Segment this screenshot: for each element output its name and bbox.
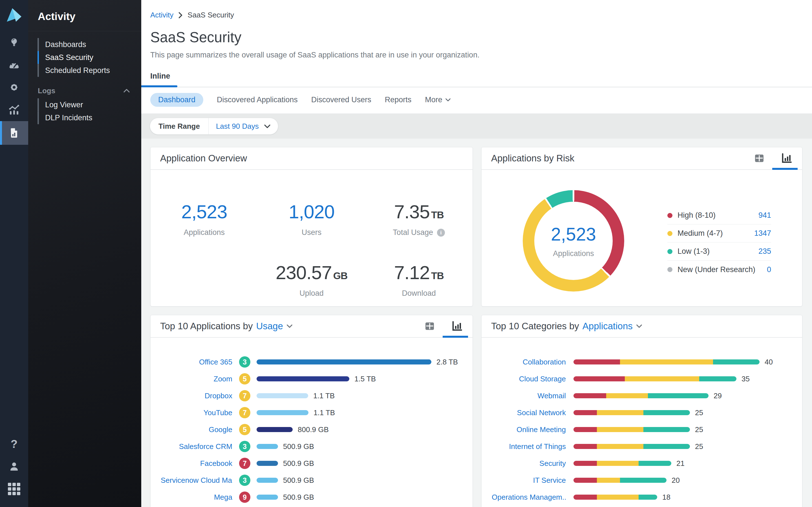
- gauge-icon[interactable]: [0, 54, 28, 76]
- main-area: Activity SaaS Security SaaS Security Thi…: [141, 0, 812, 507]
- gear-icon[interactable]: [0, 76, 28, 99]
- stat-value: 230.57GB: [258, 262, 365, 283]
- table-view-icon[interactable]: [424, 321, 435, 332]
- metric-selector[interactable]: Usage: [256, 321, 283, 332]
- category-name-link[interactable]: Operations Managem...: [492, 493, 566, 502]
- info-icon[interactable]: i: [437, 229, 445, 237]
- category-stacked-bar: [573, 410, 690, 415]
- category-count: 40: [765, 358, 773, 367]
- time-range-control: Time Range Last 90 Days: [150, 118, 278, 135]
- stat-download: 7.12TBDownload: [365, 262, 472, 298]
- stat-value: 1,020: [258, 201, 365, 223]
- segment-low: [644, 444, 690, 449]
- legend-value-link[interactable]: 941: [758, 211, 771, 220]
- category-name-link[interactable]: Internet of Things: [492, 442, 566, 451]
- tab-reports[interactable]: Reports: [385, 93, 412, 107]
- category-name-link[interactable]: Security: [492, 459, 566, 468]
- sidebar-section-logs[interactable]: Logs: [28, 84, 141, 97]
- analytics-icon[interactable]: [0, 99, 28, 121]
- app-name-link[interactable]: Office 365: [161, 358, 232, 367]
- page-title: SaaS Security: [150, 29, 812, 46]
- app-row-servicenow-cloud-ma: Servicenow Cloud Ma...3500.9 GB: [151, 472, 472, 489]
- segment-low: [644, 427, 690, 432]
- time-range-select[interactable]: Last 90 Days: [209, 122, 278, 131]
- risk-donut-chart[interactable]: 2,523 Applications: [523, 190, 624, 291]
- legend-row-low-1-3: Low (1-3)235: [667, 242, 771, 261]
- bar-chart-view-icon[interactable]: [451, 320, 463, 332]
- category-count: 21: [676, 459, 684, 468]
- app-row-facebook: Facebook7500.9 GB: [151, 455, 472, 472]
- usage-value: 1.5 TB: [354, 375, 376, 383]
- legend-value-link[interactable]: 1347: [754, 229, 771, 238]
- table-view-icon[interactable]: [754, 153, 765, 164]
- usage-value: 800.9 GB: [298, 425, 329, 434]
- legend-label: High (8-10): [677, 211, 716, 220]
- nav-indicator: [38, 111, 39, 124]
- sidebar-item-scheduled-reports[interactable]: Scheduled Reports: [28, 64, 141, 77]
- stat-label: Download: [402, 289, 436, 298]
- category-name-link[interactable]: Collaboration: [492, 358, 566, 367]
- app-name-link[interactable]: Facebook: [161, 459, 232, 468]
- legend-dot: [667, 213, 672, 218]
- app-name-link[interactable]: Mega: [161, 493, 232, 502]
- app-name-link[interactable]: Dropbox: [161, 392, 232, 400]
- app-name-link[interactable]: Salesforce CRM: [161, 442, 232, 451]
- breadcrumb-parent-link[interactable]: Activity: [150, 11, 173, 19]
- category-name-link[interactable]: Online Meeting: [492, 425, 566, 434]
- netskope-logo[interactable]: [0, 0, 28, 31]
- sidebar-item-saas-security[interactable]: SaaS Security: [28, 51, 141, 64]
- category-name-link[interactable]: Webmail: [492, 392, 566, 400]
- category-name-link[interactable]: Social Network: [492, 408, 566, 417]
- app-name-link[interactable]: Zoom: [161, 375, 232, 383]
- tab-dashboard[interactable]: Dashboard: [150, 93, 203, 107]
- overview-stats: 2,523Applications1,020Users7.35TBTotal U…: [151, 170, 472, 298]
- sidebar-panel: Activity DashboardsSaaS SecuritySchedule…: [28, 0, 141, 507]
- legend-label: Medium (4-7): [677, 229, 723, 238]
- app-name-link[interactable]: Servicenow Cloud Ma...: [161, 476, 232, 485]
- segment-medium: [620, 359, 713, 364]
- tab-more[interactable]: More: [425, 93, 451, 107]
- card-title: Applications by Risk: [491, 153, 574, 164]
- legend-row-medium-4-7: Medium (4-7)1347: [667, 224, 771, 242]
- stat-label: Users: [302, 228, 322, 237]
- stat-value: 7.35TB: [365, 201, 472, 223]
- usage-value: 500.9 GB: [283, 442, 314, 451]
- category-name-link[interactable]: Cloud Storage: [492, 375, 566, 383]
- report-icon[interactable]: [0, 121, 28, 145]
- tab-inline[interactable]: Inline: [150, 72, 170, 87]
- nav-indicator: [38, 51, 39, 64]
- chevron-down-icon: [264, 124, 271, 128]
- category-row-operations-managem: Operations Managem...18: [481, 489, 802, 506]
- legend-row-new-under-research: New (Under Research)0: [667, 261, 771, 279]
- card-top-applications: Top 10 Applications by Usage Office 3653…: [150, 315, 473, 507]
- legend-label: New (Under Research): [677, 265, 755, 274]
- donut-total: 2,523: [551, 224, 596, 245]
- sidebar-item-log-viewer[interactable]: Log Viewer: [28, 98, 141, 111]
- time-range-label: Time Range: [150, 118, 209, 134]
- metric-selector[interactable]: Applications: [582, 321, 633, 332]
- legend-value-link[interactable]: 235: [758, 247, 771, 256]
- card-header: Top 10 Categories by Applications: [481, 315, 802, 338]
- category-name-link[interactable]: IT Service: [492, 476, 566, 485]
- tab-discovered-users[interactable]: Discovered Users: [311, 93, 371, 107]
- help-icon[interactable]: ?: [0, 433, 28, 455]
- sidebar-item-dlp-incidents[interactable]: DLP Incidents: [28, 111, 141, 124]
- legend-value-link[interactable]: 0: [767, 265, 771, 274]
- app-name-link[interactable]: YouTube: [161, 408, 232, 417]
- sidebar-item-label: Scheduled Reports: [45, 66, 110, 75]
- usage-value: 500.9 GB: [283, 459, 314, 468]
- time-range-value: Last 90 Days: [216, 122, 259, 131]
- segment-high: [573, 478, 597, 483]
- usage-bar: [257, 359, 432, 364]
- lightbulb-icon[interactable]: [0, 31, 28, 54]
- sidebar-item-dashboards[interactable]: Dashboards: [28, 38, 141, 51]
- bar-chart-view-icon[interactable]: [781, 152, 793, 164]
- page-header: Activity SaaS Security SaaS Security Thi…: [141, 0, 812, 87]
- stat-label: Applications: [184, 228, 225, 237]
- tab-discovered-applications[interactable]: Discovered Applications: [217, 93, 298, 107]
- user-icon[interactable]: [0, 455, 28, 478]
- apps-grid-icon[interactable]: [0, 478, 28, 500]
- category-count: 29: [714, 392, 722, 400]
- card-title-prefix: Top 10 Applications by: [160, 321, 253, 332]
- app-name-link[interactable]: Google: [161, 425, 232, 434]
